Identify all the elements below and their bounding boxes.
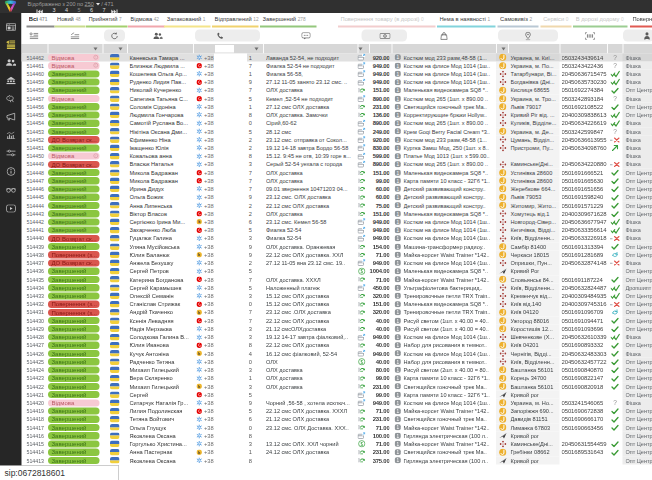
svg-text:1: 1	[396, 253, 399, 258]
svg-text:1: 1	[396, 162, 399, 167]
svg-text:1: 1	[396, 211, 399, 216]
svg-text:1: 1	[396, 269, 399, 274]
svg-text:1: 1	[396, 261, 399, 266]
svg-text:1: 1	[396, 384, 399, 389]
svg-text:1: 1	[396, 96, 399, 101]
svg-text:1: 1	[396, 277, 399, 282]
svg-text:1: 1	[396, 359, 399, 364]
svg-text:1: 1	[396, 88, 399, 93]
svg-text:1: 1	[396, 294, 399, 299]
svg-text:$: $	[360, 269, 363, 274]
svg-text:1: 1	[396, 376, 399, 381]
svg-text:1: 1	[396, 55, 399, 60]
svg-text:1: 1	[396, 228, 399, 233]
svg-text:1: 1	[396, 220, 399, 225]
svg-text:1: 1	[396, 63, 399, 68]
svg-text:1: 1	[396, 409, 399, 414]
svg-text:1: 1	[396, 368, 399, 373]
svg-text:1: 1	[396, 113, 399, 118]
svg-text:1: 1	[396, 417, 399, 422]
svg-text:1: 1	[396, 392, 399, 397]
svg-text:1: 1	[396, 187, 399, 192]
svg-text:1: 1	[396, 146, 399, 151]
svg-text:1: 1	[396, 351, 399, 356]
svg-text:$: $	[360, 442, 363, 447]
svg-text:1: 1	[396, 285, 399, 290]
svg-text:1: 1	[396, 154, 399, 159]
svg-text:1: 1	[396, 179, 399, 184]
svg-text:1: 1	[396, 129, 399, 134]
svg-text:1: 1	[396, 80, 399, 85]
svg-text:1: 1	[396, 302, 399, 307]
svg-text:1: 1	[396, 318, 399, 323]
svg-text:1: 1	[396, 121, 399, 126]
svg-text:1: 1	[396, 442, 399, 447]
svg-text:1: 1	[396, 335, 399, 340]
svg-text:1: 1	[396, 236, 399, 241]
svg-text:1: 1	[396, 137, 399, 142]
svg-text:1: 1	[396, 203, 399, 208]
svg-text:1: 1	[396, 327, 399, 332]
svg-text:1: 1	[396, 425, 399, 430]
svg-text:$: $	[360, 359, 363, 364]
svg-text:1: 1	[396, 244, 399, 249]
svg-text:1: 1	[396, 401, 399, 406]
svg-text:1: 1	[396, 343, 399, 348]
svg-text:1: 1	[396, 195, 399, 200]
svg-text:1: 1	[396, 72, 399, 77]
svg-text:1: 1	[396, 170, 399, 175]
svg-text:1: 1	[396, 433, 399, 438]
svg-text:1: 1	[396, 450, 399, 455]
svg-text:1: 1	[396, 458, 399, 463]
svg-text:1: 1	[396, 310, 399, 315]
svg-text:1: 1	[396, 104, 399, 109]
